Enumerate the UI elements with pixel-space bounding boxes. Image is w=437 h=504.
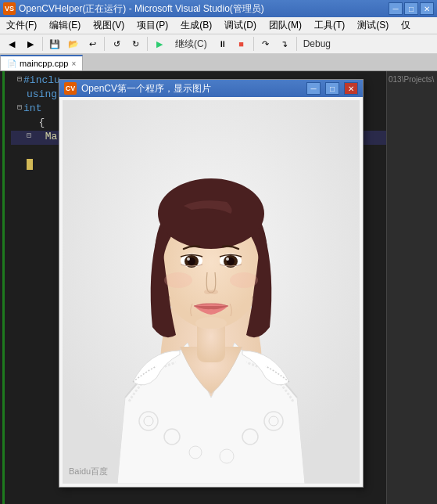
tab-label: maincpp.cpp	[20, 59, 68, 68]
toolbar-redo-btn[interactable]: ↻	[127, 36, 144, 52]
toolbar-sep-3	[147, 37, 148, 51]
toolbar: ◀ ▶ 💾 📂 ↩ ↺ ↻ ▶ 继续(C) ⏸ ■ ↷ ↴ Debug	[0, 34, 437, 54]
toolbar-run-btn[interactable]: ▶	[151, 36, 168, 52]
toolbar-open-btn[interactable]: 📂	[65, 36, 82, 52]
toolbar-save-btn[interactable]: 💾	[46, 36, 63, 52]
toolbar-stepinto-btn[interactable]: ↴	[276, 36, 293, 52]
toolbar-back-btn[interactable]: ◀	[3, 36, 20, 52]
toolbar-sep-2	[104, 37, 105, 51]
toolbar-sep-5	[296, 37, 297, 51]
tab-close-btn[interactable]: ×	[71, 59, 76, 68]
minimize-button[interactable]: ─	[389, 2, 403, 15]
menu-edit[interactable]: 编辑(E)	[43, 17, 87, 34]
title-bar-buttons: ─ □ ✕	[389, 2, 434, 15]
menu-extra[interactable]: 仅	[395, 17, 417, 34]
text-cursor	[27, 159, 33, 170]
right-panel-text: 013\Projects\	[389, 75, 434, 84]
continue-btn[interactable]: 继续(C)	[170, 36, 213, 52]
cv-window-title: OpenCV第一个程序，显示图片	[81, 82, 302, 95]
cv-restore-btn[interactable]: □	[325, 82, 339, 95]
menu-file[interactable]: 文件(F)	[0, 17, 43, 34]
photo-display: Baidu百度	[63, 100, 360, 484]
expand-icon-5[interactable]: ⊟	[27, 131, 31, 140]
cv-minimize-btn[interactable]: ─	[306, 82, 321, 95]
tab-bar: 📄 maincpp.cpp ×	[0, 54, 437, 71]
menu-view[interactable]: 视图(V)	[87, 17, 131, 34]
opencv-window[interactable]: CV OpenCV第一个程序，显示图片 ─ □ ✕	[59, 79, 364, 488]
cv-window-icon: CV	[64, 82, 77, 95]
cv-close-btn[interactable]: ✕	[344, 82, 358, 95]
toolbar-pause-btn[interactable]: ⏸	[214, 36, 231, 52]
restore-button[interactable]: □	[404, 2, 418, 15]
menu-test[interactable]: 测试(S)	[351, 17, 395, 34]
toolbar-sep-1	[42, 37, 43, 51]
tab-file-icon: 📄	[7, 59, 16, 68]
menu-bar: 文件(F) 编辑(E) 视图(V) 项目(P) 生成(B) 调试(D) 团队(M…	[0, 17, 437, 34]
svg-point-14	[158, 178, 264, 249]
cv-window-content: Baidu百度	[59, 97, 363, 487]
menu-build[interactable]: 生成(B)	[174, 17, 218, 34]
photo-watermark: Baidu百度	[69, 466, 108, 477]
expand-icon-3[interactable]: ⊟	[17, 103, 22, 112]
expand-icon-1[interactable]: ⊟	[17, 74, 22, 84]
app-title: OpenCVHelper(正在运行) - Microsoft Visual St…	[19, 2, 389, 16]
debug-label: Debug	[303, 38, 331, 49]
toolbar-undo-btn[interactable]: ↩	[84, 36, 101, 52]
main-editor-area: ⊟ #inclu using ⊟ int { ⊟ Ma	[0, 71, 437, 504]
menu-tools[interactable]: 工具(T)	[308, 17, 351, 34]
toolbar-undo2-btn[interactable]: ↺	[108, 36, 125, 52]
toolbar-stop-btn[interactable]: ■	[233, 36, 250, 52]
menu-team[interactable]: 团队(M)	[263, 17, 308, 34]
portrait-svg	[63, 100, 360, 484]
menu-project[interactable]: 项目(P)	[131, 17, 174, 34]
svg-point-18	[187, 257, 190, 261]
svg-point-24	[210, 290, 218, 294]
svg-point-22	[226, 257, 229, 261]
close-button[interactable]: ✕	[420, 2, 434, 15]
menu-debug[interactable]: 调试(D)	[218, 17, 263, 34]
tab-maincpp[interactable]: 📄 maincpp.cpp ×	[0, 55, 83, 70]
svg-point-26	[164, 272, 192, 288]
cv-window-title-bar: CV OpenCV第一个程序，显示图片 ─ □ ✕	[59, 80, 363, 97]
svg-point-27	[230, 272, 258, 288]
vs-app-icon: VS	[3, 2, 16, 15]
toolbar-stepover-btn[interactable]: ↷	[257, 36, 274, 52]
vs-title-bar: VS OpenCVHelper(正在运行) - Microsoft Visual…	[0, 0, 437, 17]
right-side-panel: 013\Projects\	[386, 71, 437, 504]
svg-point-25	[195, 317, 227, 329]
toolbar-forward-btn[interactable]: ▶	[22, 36, 39, 52]
toolbar-sep-4	[253, 37, 254, 51]
